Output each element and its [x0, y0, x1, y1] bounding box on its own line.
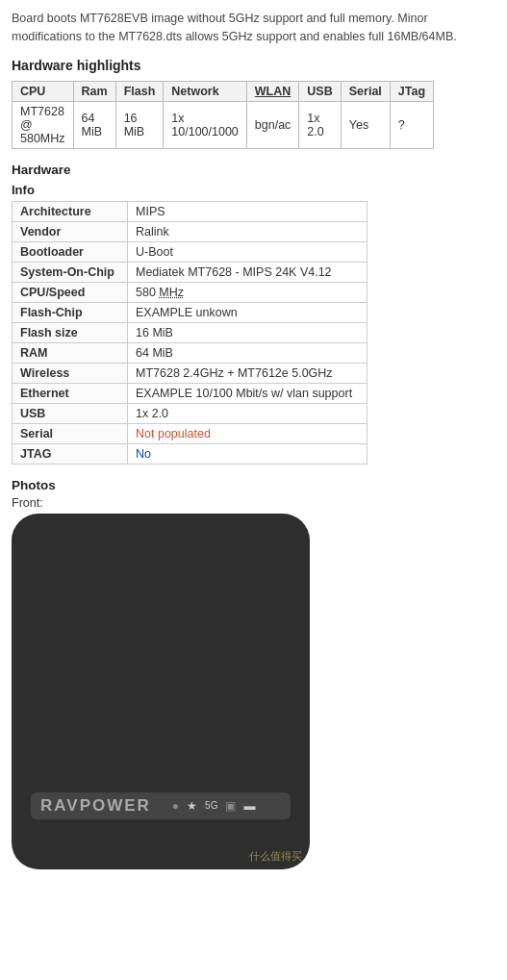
info-row-usb: USB1x 2.0: [13, 403, 368, 423]
not-populated-text: Not populated: [136, 427, 211, 440]
info-value-0: MIPS: [128, 201, 368, 221]
watermark: 什么值得买: [249, 849, 302, 864]
info-label-1: Vendor: [13, 221, 128, 241]
info-heading: Info: [12, 183, 495, 197]
col-header-serial: Serial: [341, 81, 390, 101]
device-icon-sim: ▣: [225, 799, 236, 813]
info-value-7: 64 MiB: [128, 342, 368, 363]
col-header-cpu: CPU: [13, 81, 74, 101]
info-value-10: 1x 2.0: [128, 403, 368, 423]
info-row-jtag: JTAGNo: [13, 443, 368, 464]
info-row-bootloader: BootloaderU-Boot: [13, 241, 368, 262]
col-header-wlan: WLAN: [246, 81, 299, 101]
col-header-network: Network: [164, 81, 247, 101]
info-label-12: JTAG: [13, 443, 128, 464]
table-header-row: CPURamFlashNetworkWLANUSBSerialJTag: [13, 81, 434, 101]
col-header-jtag: JTag: [390, 81, 433, 101]
info-row-wireless: WirelessMT7628 2.4GHz + MT7612e 5.0GHz: [13, 363, 368, 383]
info-row-architecture: ArchitectureMIPS: [13, 201, 368, 221]
mhz-text: MHz: [159, 286, 184, 299]
highlight-cell-1: 64 MiB: [73, 101, 115, 148]
highlight-cell-3: 1x 10/100/1000: [164, 101, 247, 148]
info-row-flash-size: Flash size16 MiB: [13, 322, 368, 342]
info-value-3: Mediatek MT7628 - MIPS 24K V4.12: [128, 262, 368, 282]
info-value-5: EXAMPLE unkown: [128, 302, 368, 322]
front-label: Front:: [12, 496, 495, 510]
col-header-usb: USB: [299, 81, 341, 101]
highlight-cell-0: MT7628 @ 580MHz: [13, 101, 74, 148]
info-label-9: Ethernet: [13, 383, 128, 403]
highlight-cell-5: 1x 2.0: [299, 101, 341, 148]
col-header-ram: Ram: [73, 81, 115, 101]
device-icon-battery: ▬: [243, 799, 255, 813]
device-icons: ● ★ 5G ▣ ▬: [172, 799, 256, 813]
info-value-12: No: [128, 443, 368, 464]
highlight-cell-6: Yes: [341, 101, 390, 148]
info-row-flash-chip: Flash-ChipEXAMPLE unkown: [13, 302, 368, 322]
intro-text: Board boots MT7628EVB image without 5GHz…: [12, 10, 495, 46]
info-label-10: USB: [13, 403, 128, 423]
hardware-highlights-table: CPURamFlashNetworkWLANUSBSerialJTag MT76…: [12, 81, 434, 149]
info-row-ram: RAM64 MiB: [13, 342, 368, 363]
info-label-3: System-On-Chip: [13, 262, 128, 282]
info-value-1: Ralink: [128, 221, 368, 241]
info-row-ethernet: EthernetEXAMPLE 10/100 Mbit/s w/ vlan su…: [13, 383, 368, 403]
col-header-flash: Flash: [115, 81, 164, 101]
info-label-2: Bootloader: [13, 241, 128, 262]
photos-section: Front: RAVPOWER ● ★ 5G ▣ ▬ 什么值得买: [12, 496, 495, 869]
table-data-row: MT7628 @ 580MHz64 MiB16 MiB1x 10/100/100…: [13, 101, 434, 148]
device-icon-5g: 5G: [205, 800, 217, 811]
highlight-cell-4: bgn/ac: [246, 101, 299, 148]
info-value-11: Not populated: [128, 423, 368, 443]
info-table: ArchitectureMIPSVendorRalinkBootloaderU-…: [12, 201, 368, 465]
device-image: RAVPOWER ● ★ 5G ▣ ▬ 什么值得买: [12, 514, 310, 869]
info-row-serial: SerialNot populated: [13, 423, 368, 443]
info-row-vendor: VendorRalink: [13, 221, 368, 241]
device-icon-circle: ●: [172, 799, 179, 813]
device-strip: RAVPOWER ● ★ 5G ▣ ▬: [31, 792, 291, 819]
no-color-text: No: [136, 447, 151, 461]
photos-heading: Photos: [12, 478, 495, 492]
device-brand: RAVPOWER: [40, 796, 151, 816]
info-value-9: EXAMPLE 10/100 Mbit/s w/ vlan support: [128, 383, 368, 403]
wlan-underline: WLAN: [255, 85, 292, 98]
info-label-6: Flash size: [13, 322, 128, 342]
hardware-heading: Hardware: [12, 163, 495, 177]
info-label-11: Serial: [13, 423, 128, 443]
info-label-7: RAM: [13, 342, 128, 363]
info-row-system-on-chip: System-On-ChipMediatek MT7628 - MIPS 24K…: [13, 262, 368, 282]
info-label-5: Flash-Chip: [13, 302, 128, 322]
info-value-8: MT7628 2.4GHz + MT7612e 5.0GHz: [128, 363, 368, 383]
info-value-2: U-Boot: [128, 241, 368, 262]
highlight-cell-2: 16 MiB: [115, 101, 164, 148]
info-label-0: Architecture: [13, 201, 128, 221]
info-value-6: 16 MiB: [128, 322, 368, 342]
highlight-cell-7: ?: [390, 101, 433, 148]
info-label-8: Wireless: [13, 363, 128, 383]
device-icon-wifi: ★: [187, 799, 197, 813]
info-label-4: CPU/Speed: [13, 282, 128, 302]
info-row-cpu-speed: CPU/Speed580 MHz: [13, 282, 368, 302]
info-value-4: 580 MHz: [128, 282, 368, 302]
hardware-highlights-heading: Hardware highlights: [12, 58, 495, 73]
